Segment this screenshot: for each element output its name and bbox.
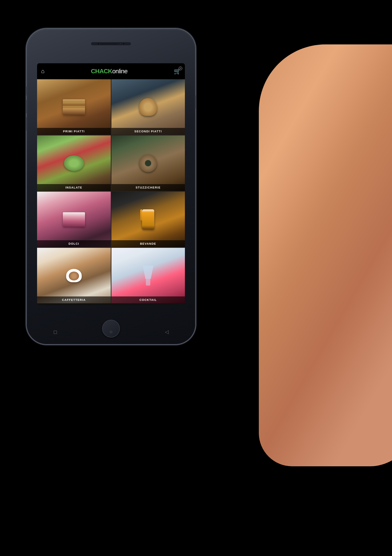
- cart-badge: 0: [179, 67, 182, 70]
- menu-grid: PRIMI PIATTI SECONDI PIATTI: [37, 79, 185, 303]
- logo-chack-text: CHACK: [91, 68, 112, 75]
- android-nav-bar: ◻ ○ ◁: [53, 329, 169, 335]
- back-nav-icon[interactable]: ◻: [53, 329, 57, 335]
- food-visual-dolci: [37, 192, 111, 247]
- menu-item-bg-bevande: [111, 192, 185, 247]
- home-button[interactable]: [102, 320, 120, 338]
- donut-hole: [145, 160, 151, 166]
- app-header: ⌂ CHACKonline 🛒 0: [37, 63, 185, 79]
- food-visual-cocktail: [111, 248, 185, 303]
- beer-icon: [142, 209, 154, 229]
- coffee-icon: [66, 269, 82, 282]
- food-visual-insalate: [37, 135, 111, 191]
- lasagna-icon: [63, 99, 85, 115]
- volume-up-button[interactable]: [26, 87, 27, 95]
- burger-icon: [139, 98, 157, 116]
- food-visual-bevande: [111, 192, 185, 247]
- volume-down-button[interactable]: [26, 100, 27, 113]
- food-visual-stuzzicherie: [111, 135, 185, 191]
- food-visual-caffetteria: [37, 248, 111, 303]
- cart-button[interactable]: 🛒 0: [174, 68, 181, 75]
- menu-label-stuzzicherie: STUZZICHERIE: [111, 184, 185, 191]
- menu-label-cocktail: COCKTAIL: [111, 296, 185, 303]
- cocktail-glass-icon: [141, 266, 155, 286]
- home-nav-circle-icon[interactable]: ○: [110, 329, 113, 335]
- speaker-dot-right: [123, 43, 124, 44]
- power-button[interactable]: [195, 95, 196, 109]
- menu-item-secondi-piatti[interactable]: SECONDI PIATTI: [111, 79, 185, 135]
- menu-item-bg-caffetteria: [37, 248, 111, 303]
- logo-online-text: online: [112, 68, 127, 75]
- speaker-grille: [100, 43, 118, 44]
- hand-holding-phone: [225, 44, 392, 488]
- scene: ◻ ○ ◁ ⌂ CHACKonline 🛒 0: [0, 0, 392, 556]
- menu-item-caffetteria[interactable]: CAFFETTERIA: [37, 248, 111, 303]
- app-logo: CHACKonline: [91, 68, 127, 75]
- menu-item-bg-secondi: [111, 79, 185, 135]
- menu-item-bg-cocktail: [111, 248, 185, 303]
- salad-icon: [64, 155, 84, 171]
- phone-notch: [91, 42, 131, 45]
- phone-device: ◻ ○ ◁ ⌂ CHACKonline 🛒 0: [27, 29, 195, 344]
- menu-label-insalate: INSALATE: [37, 184, 111, 191]
- donut-icon: [139, 154, 157, 172]
- hand-body-shape: [259, 44, 392, 466]
- menu-label-primi-piatti: PRIMI PIATTI: [37, 128, 111, 135]
- menu-item-bg-stuzzicherie: [111, 135, 185, 191]
- menu-label-caffetteria: CAFFETTERIA: [37, 296, 111, 303]
- menu-label-bevande: BEVANDE: [111, 240, 185, 247]
- phone-screen: ⌂ CHACKonline 🛒 0 P: [37, 63, 185, 305]
- food-visual-secondi: [111, 79, 185, 135]
- menu-item-primi-piatti[interactable]: PRIMI PIATTI: [37, 79, 111, 135]
- recents-nav-icon[interactable]: ◁: [165, 329, 169, 335]
- menu-item-dolci[interactable]: DOLCI: [37, 192, 111, 247]
- mute-button[interactable]: [26, 117, 27, 131]
- menu-item-stuzzicherie[interactable]: STUZZICHERIE: [111, 135, 185, 191]
- food-visual-primi: [37, 79, 111, 135]
- menu-item-cocktail[interactable]: COCKTAIL: [111, 248, 185, 303]
- speaker-dot-left: [98, 43, 99, 44]
- menu-item-bg-primi: [37, 79, 111, 135]
- menu-item-bg-dolci: [37, 192, 111, 247]
- menu-item-insalate[interactable]: INSALATE: [37, 135, 111, 191]
- camera-lens: [119, 43, 122, 45]
- menu-item-bg-insalate: [37, 135, 111, 191]
- menu-item-bevande[interactable]: BEVANDE: [111, 192, 185, 247]
- home-icon[interactable]: ⌂: [41, 68, 45, 75]
- menu-label-secondi-piatti: SECONDI PIATTI: [111, 128, 185, 135]
- cake-icon: [63, 212, 85, 227]
- menu-label-dolci: DOLCI: [37, 240, 111, 247]
